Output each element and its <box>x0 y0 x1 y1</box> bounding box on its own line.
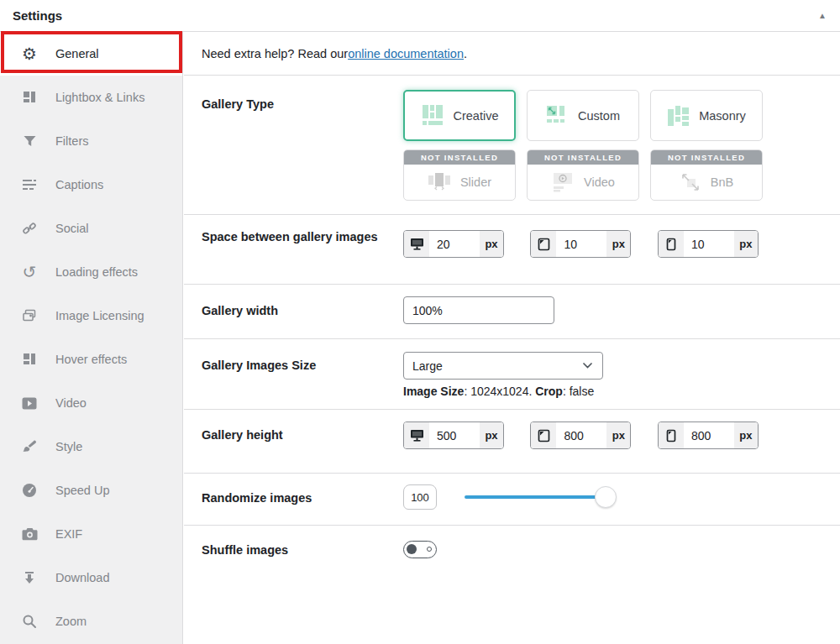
gear-icon: ⚙ <box>21 45 38 62</box>
gutter-tablet-group: px <box>530 230 631 258</box>
sidebar-item-label: Loading effects <box>55 265 138 279</box>
funnel-icon <box>21 133 38 149</box>
shuffle-label: Shuffle images <box>202 541 403 559</box>
px-unit: px <box>606 422 630 448</box>
desktop-icon <box>404 231 429 257</box>
height-tablet-group: px <box>530 421 631 449</box>
sidebar-item-image-licensing[interactable]: Image Licensing <box>0 294 182 338</box>
gallery-type-row: Gallery Type Creative Custom <box>184 76 840 215</box>
shuffle-toggle[interactable] <box>403 541 437 558</box>
lightbox-grid-icon <box>21 89 38 106</box>
image-size-label: Gallery Images Size <box>202 352 403 398</box>
px-unit: px <box>480 422 503 448</box>
online-documentation-link[interactable]: online documentation <box>348 47 464 60</box>
px-unit: px <box>734 231 758 257</box>
sidebar-item-lightbox-links[interactable]: Lightbox & Links <box>0 76 182 119</box>
chain-link-icon <box>21 220 38 237</box>
gallery-type-bnb[interactable]: NOT INSTALLED BnB <box>650 149 763 201</box>
gallery-type-name: Slider <box>460 175 491 189</box>
help-text: Need extra help? Read our <box>202 47 348 60</box>
collapse-panel-icon[interactable]: ▲ <box>818 12 827 20</box>
settings-sidebar: ⚙ General Lightbox & Links Filters Capti… <box>0 32 183 644</box>
sidebar-item-hover-effects[interactable]: Hover effects <box>0 338 182 381</box>
gutter-desktop-group: px <box>403 230 504 258</box>
mobile-icon <box>659 422 684 448</box>
sidebar-item-label: EXIF <box>55 527 82 541</box>
settings-header: Settings ▲ <box>0 0 840 32</box>
sidebar-item-download[interactable]: Download <box>0 556 182 599</box>
sidebar-item-speed-up[interactable]: Speed Up <box>0 469 182 512</box>
randomize-row: Randomize images 100 <box>184 474 840 526</box>
sidebar-item-captions[interactable]: Captions <box>0 163 182 207</box>
chevron-down-icon <box>583 363 592 369</box>
gallery-type-masonry[interactable]: Masonry <box>650 90 763 141</box>
sidebar-item-label: Filters <box>55 134 88 148</box>
gallery-type-custom[interactable]: Custom <box>527 90 639 141</box>
gallery-height-row: Gallery height px px <box>184 410 840 474</box>
sidebar-item-social[interactable]: Social <box>0 207 182 250</box>
gallery-width-label: Gallery width <box>202 296 403 324</box>
gallery-type-video[interactable]: NOT INSTALLED Video <box>527 149 639 201</box>
randomize-label: Randomize images <box>202 484 403 510</box>
gutter-row: Space between gallery images px px <box>184 215 840 285</box>
toggle-knob <box>407 544 417 554</box>
help-bar: Need extra help? Read our online documen… <box>184 32 840 76</box>
sidebar-item-loading-effects[interactable]: ↺ Loading effects <box>0 250 182 294</box>
gallery-width-row: Gallery width <box>184 285 840 339</box>
sidebar-item-exif[interactable]: EXIF <box>0 512 182 556</box>
px-unit: px <box>480 231 503 257</box>
slider-layout-icon <box>428 172 451 192</box>
help-text-suffix: . <box>464 47 467 60</box>
gallery-type-name: Custom <box>578 109 620 123</box>
settings-content: Need extra help? Read our online documen… <box>184 32 840 644</box>
shuffle-row: Shuffle images <box>184 526 840 610</box>
randomize-value[interactable]: 100 <box>403 484 437 510</box>
custom-layout-icon <box>546 105 569 126</box>
camera-icon <box>21 526 38 542</box>
sidebar-item-style[interactable]: Style <box>0 425 182 469</box>
height-mobile-group: px <box>658 421 759 449</box>
video-play-icon <box>21 395 38 411</box>
tablet-icon <box>531 422 556 448</box>
gutter-label: Space between gallery images <box>202 228 403 258</box>
paintbrush-icon <box>21 438 38 455</box>
toggle-off-ring <box>427 547 432 552</box>
height-tablet-input[interactable] <box>556 422 606 448</box>
sidebar-item-video[interactable]: Video <box>0 381 182 425</box>
gutter-tablet-input[interactable] <box>556 231 606 257</box>
image-size-select[interactable]: Large <box>403 352 603 380</box>
randomize-slider[interactable] <box>465 485 606 509</box>
speedometer-icon <box>21 482 38 499</box>
gallery-type-name: Creative <box>454 109 499 123</box>
gallery-width-input[interactable] <box>403 296 554 324</box>
sidebar-item-label: Video <box>55 396 87 410</box>
slider-handle[interactable] <box>595 486 617 508</box>
sidebar-item-label: Captions <box>55 178 103 191</box>
gallery-type-slider[interactable]: NOT INSTALLED Slider <box>403 149 516 201</box>
gallery-type-creative[interactable]: Creative <box>403 90 516 141</box>
caption-lines-icon <box>21 176 38 193</box>
settings-panel: Settings ▲ ⚙ General Lightbox & Links Fi… <box>0 0 840 644</box>
sidebar-item-label: Zoom <box>55 615 87 628</box>
sidebar-item-label: Social <box>55 222 89 235</box>
sidebar-item-label: Speed Up <box>55 484 110 497</box>
height-desktop-group: px <box>403 421 504 449</box>
height-mobile-input[interactable] <box>684 422 734 448</box>
not-installed-badge: NOT INSTALLED <box>528 150 638 165</box>
gutter-mobile-input[interactable] <box>684 231 734 257</box>
sidebar-item-filters[interactable]: Filters <box>0 119 182 163</box>
sidebar-item-general[interactable]: ⚙ General <box>0 32 182 76</box>
sidebar-item-label: Image Licensing <box>55 309 144 322</box>
mobile-icon <box>659 231 684 257</box>
image-size-row: Gallery Images Size Large Image Size: 10… <box>184 339 840 410</box>
sidebar-item-label: Style <box>55 440 82 453</box>
gutter-desktop-input[interactable] <box>429 231 480 257</box>
gallery-type-name: Video <box>584 175 615 189</box>
not-installed-badge: NOT INSTALLED <box>651 150 762 165</box>
sidebar-item-zoom[interactable]: Zoom <box>0 599 182 643</box>
gallery-type-name: BnB <box>711 175 733 189</box>
loading-arrow-icon: ↺ <box>21 264 38 280</box>
gallery-height-label: Gallery height <box>202 421 403 449</box>
height-desktop-input[interactable] <box>429 422 480 448</box>
sidebar-item-label: General <box>55 47 99 60</box>
